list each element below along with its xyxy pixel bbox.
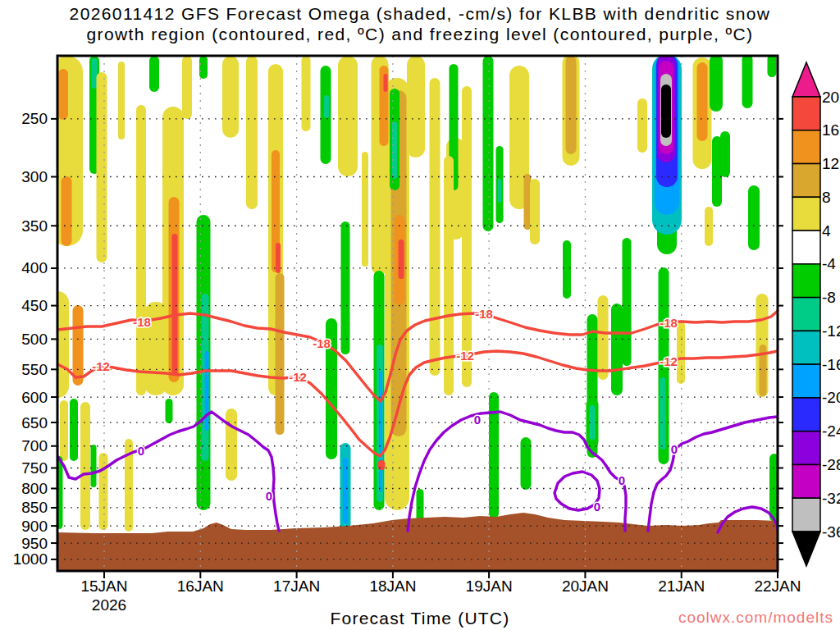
svg-text:-32: -32 xyxy=(822,490,840,507)
svg-text:16JAN: 16JAN xyxy=(177,578,224,595)
svg-text:8: 8 xyxy=(822,189,831,206)
svg-text:400: 400 xyxy=(21,259,48,276)
svg-text:-18: -18 xyxy=(133,315,151,329)
chart-title-line2: growth region (contoured, red, ºC) and f… xyxy=(0,25,840,44)
svg-text:-18: -18 xyxy=(660,316,678,330)
chart-title-line1: 2026011412 GFS Forecast Omega (shaded, -… xyxy=(0,4,840,24)
svg-text:900: 900 xyxy=(21,518,48,535)
svg-text:950: 950 xyxy=(21,535,48,552)
svg-text:0: 0 xyxy=(671,442,678,456)
colorbar: 20161284-4-8-12-16-20-24-28-32-36 xyxy=(792,62,840,566)
svg-text:18JAN: 18JAN xyxy=(369,578,416,595)
svg-text:850: 850 xyxy=(21,499,48,516)
svg-text:20: 20 xyxy=(822,89,839,106)
svg-text:4: 4 xyxy=(822,222,831,240)
svg-text:-4: -4 xyxy=(822,255,836,272)
svg-text:12: 12 xyxy=(822,155,839,172)
svg-text:0: 0 xyxy=(474,413,481,427)
svg-text:19JAN: 19JAN xyxy=(466,578,513,595)
svg-text:-12: -12 xyxy=(92,359,110,373)
svg-text:16: 16 xyxy=(822,121,839,139)
svg-text:750: 750 xyxy=(21,459,48,477)
svg-text:300: 300 xyxy=(21,168,48,185)
svg-text:-12: -12 xyxy=(822,322,840,340)
svg-text:-16: -16 xyxy=(822,356,840,373)
svg-text:350: 350 xyxy=(21,217,48,235)
svg-text:650: 650 xyxy=(21,414,48,431)
svg-text:-24: -24 xyxy=(822,422,840,440)
svg-text:21JAN: 21JAN xyxy=(658,578,705,595)
svg-text:-20: -20 xyxy=(822,389,840,406)
terrain-fill xyxy=(57,513,778,573)
svg-text:15JAN: 15JAN xyxy=(80,578,127,595)
svg-text:-28: -28 xyxy=(822,456,840,473)
weather-chart-page: 2026011412 GFS Forecast Omega (shaded, -… xyxy=(0,0,840,630)
svg-text:20JAN: 20JAN xyxy=(562,578,609,595)
svg-text:600: 600 xyxy=(21,389,48,406)
svg-text:-18: -18 xyxy=(313,336,331,350)
svg-text:800: 800 xyxy=(21,480,48,497)
watermark-link[interactable]: coolwx.com/modelts xyxy=(678,609,833,627)
svg-text:-12: -12 xyxy=(456,349,474,363)
svg-text:250: 250 xyxy=(21,110,48,127)
svg-text:1000: 1000 xyxy=(13,550,48,568)
omega-shading xyxy=(46,54,779,532)
svg-text:-12: -12 xyxy=(660,354,678,368)
svg-text:0: 0 xyxy=(138,444,144,458)
plot-area: -18-18-18-18-12-12-12-120000002503003504… xyxy=(0,0,840,630)
svg-text:0: 0 xyxy=(619,473,625,487)
svg-text:550: 550 xyxy=(21,361,48,378)
svg-text:-8: -8 xyxy=(822,289,836,306)
svg-text:700: 700 xyxy=(21,437,48,454)
svg-text:22JAN: 22JAN xyxy=(754,578,801,595)
svg-text:0: 0 xyxy=(266,489,272,503)
svg-text:-36: -36 xyxy=(822,523,840,541)
svg-text:0: 0 xyxy=(594,500,600,514)
svg-text:500: 500 xyxy=(21,331,48,348)
svg-text:-12: -12 xyxy=(289,370,307,384)
svg-text:-18: -18 xyxy=(475,307,493,321)
svg-text:450: 450 xyxy=(21,297,48,314)
svg-text:17JAN: 17JAN xyxy=(273,578,320,595)
